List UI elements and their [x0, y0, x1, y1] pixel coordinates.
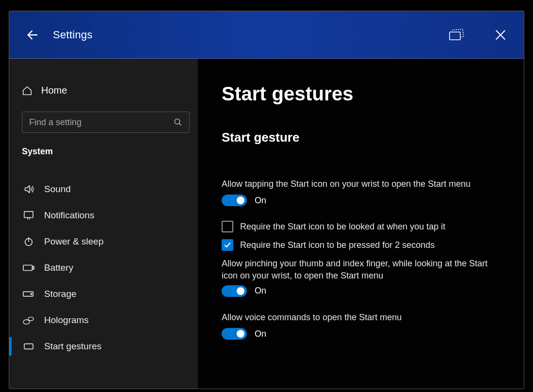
setting-label: Allow pinching your thumb and index fing…: [222, 258, 493, 281]
sidebar-item-notifications[interactable]: Notifications: [22, 202, 185, 229]
app-title: Settings: [53, 29, 93, 41]
settings-window: Settings Home: [9, 11, 524, 389]
sidebar: Home System Sound: [9, 59, 198, 389]
home-icon: [22, 85, 32, 96]
sidebar-category: System: [22, 147, 185, 157]
start-gestures-icon: [23, 342, 34, 351]
checkbox-label: Require the Start icon to be pressed for…: [240, 240, 435, 251]
svg-point-4: [175, 119, 180, 124]
sound-icon: [23, 184, 34, 195]
back-button[interactable]: [23, 25, 42, 45]
sidebar-home[interactable]: Home: [22, 83, 185, 98]
sidebar-item-label: Holograms: [44, 315, 89, 326]
sidebar-item-battery[interactable]: Battery: [22, 255, 185, 281]
close-icon: [494, 29, 507, 41]
titlebar: Settings: [9, 11, 524, 59]
sidebar-item-label: Storage: [44, 289, 77, 299]
storage-icon: [23, 291, 34, 297]
toggle-pinch[interactable]: [222, 285, 247, 297]
toggle-state: On: [255, 329, 266, 339]
toggle-tap-start[interactable]: [222, 195, 247, 206]
svg-rect-15: [24, 344, 33, 349]
search-icon: [174, 118, 182, 127]
checkbox-require-look[interactable]: Require the Start icon to be looked at w…: [222, 221, 501, 232]
toggle-knob: [237, 330, 244, 338]
sidebar-item-start-gestures[interactable]: Start gestures: [22, 333, 185, 359]
sidebar-item-label: Battery: [44, 262, 73, 273]
sidebar-item-sound[interactable]: Sound: [22, 176, 185, 202]
setting-pinch: Allow pinching your thumb and index fing…: [222, 258, 493, 297]
sidebar-item-holograms[interactable]: Holograms: [22, 307, 185, 333]
checkbox-label: Require the Start icon to be looked at w…: [240, 221, 445, 232]
toggle-state: On: [255, 196, 266, 206]
page-title: Start gestures: [222, 83, 501, 105]
svg-rect-9: [23, 265, 32, 270]
sidebar-item-label: Power & sleep: [44, 236, 104, 247]
main-content: Start gestures Start gesture Allow tappi…: [198, 59, 524, 389]
setting-label: Allow voice commands to open the Start m…: [222, 311, 493, 323]
svg-line-5: [179, 123, 181, 126]
setting-tap-start: Allow tapping the Start icon on your wri…: [222, 178, 493, 206]
setting-voice: Allow voice commands to open the Start m…: [222, 311, 493, 340]
svg-point-13: [23, 320, 30, 324]
svg-point-14: [28, 317, 33, 321]
svg-rect-10: [32, 266, 34, 269]
sidebar-home-label: Home: [41, 85, 67, 96]
setting-label: Allow tapping the Start icon on your wri…: [222, 178, 493, 190]
notifications-icon: [23, 211, 34, 220]
sidebar-item-label: Start gestures: [44, 341, 101, 352]
checkbox-box: [222, 221, 233, 232]
section-title: Start gesture: [222, 130, 501, 145]
sidebar-item-power-sleep[interactable]: Power & sleep: [22, 229, 185, 255]
holograms-icon: [23, 315, 34, 325]
sidebar-nav: Sound Notifications Power & sleep: [22, 176, 185, 359]
svg-rect-1: [450, 32, 460, 40]
search-box[interactable]: [22, 112, 190, 133]
follow-me-button[interactable]: [447, 25, 467, 45]
battery-icon: [23, 264, 34, 272]
toggle-voice[interactable]: [222, 328, 247, 340]
toggle-knob: [237, 287, 244, 295]
close-button[interactable]: [491, 25, 510, 45]
slate-icon: [449, 28, 465, 42]
svg-rect-6: [24, 212, 33, 218]
checkbox-box: [222, 239, 233, 251]
search-input[interactable]: [29, 117, 174, 128]
sidebar-item-label: Notifications: [44, 210, 95, 221]
checkbox-require-press[interactable]: Require the Start icon to be pressed for…: [222, 239, 501, 251]
toggle-knob: [237, 196, 244, 204]
sidebar-item-label: Sound: [44, 184, 71, 195]
sidebar-item-storage[interactable]: Storage: [22, 281, 185, 307]
arrow-left-icon: [26, 28, 39, 42]
svg-point-12: [31, 294, 32, 294]
toggle-state: On: [255, 286, 266, 296]
power-icon: [23, 236, 34, 247]
